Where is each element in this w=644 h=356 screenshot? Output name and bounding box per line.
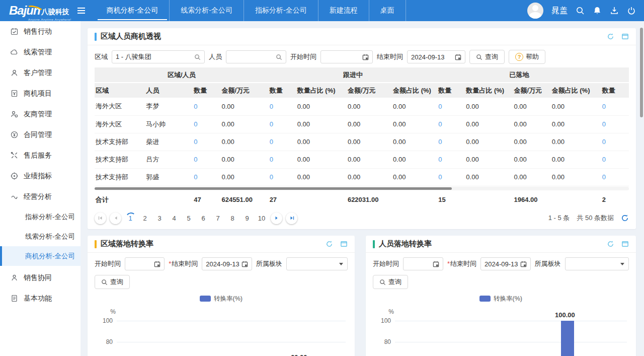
power-icon[interactable] <box>627 6 636 15</box>
count-link-cell[interactable]: 0 <box>193 168 220 186</box>
help-button[interactable]: ? 帮助 <box>509 50 545 64</box>
column-header: 区域 <box>95 83 145 98</box>
page-prev-button[interactable] <box>110 212 121 224</box>
maximize-icon[interactable] <box>621 33 629 40</box>
tab-kpi-analysis[interactable]: 指标分析-全公司 <box>244 0 318 21</box>
sidebar-subitem-kpi-analysis[interactable]: 指标分析-全公司 <box>0 207 80 227</box>
count-link-cell[interactable]: 0 <box>269 168 296 186</box>
sidebar-item-sales-collab[interactable]: 销售协同 <box>0 267 80 288</box>
value-cell: 0.00 <box>551 168 601 186</box>
pagination-row: 12345678910 1 - 5 条 共 50 条数据 <box>88 209 636 224</box>
count-link-cell[interactable]: 0 <box>437 115 465 133</box>
count-link-cell[interactable]: 0 <box>269 151 296 168</box>
query-button[interactable]: 查询 <box>95 275 130 289</box>
tab-new-process[interactable]: 新建流程 <box>318 0 369 21</box>
sidebar-item-sales-action[interactable]: 销售行动 <box>0 21 80 42</box>
count-link-cell[interactable]: 0 <box>193 133 220 151</box>
username[interactable]: 晁盖 <box>551 6 568 16</box>
sidebar-item-contracts[interactable]: 合同管理 <box>0 124 80 145</box>
count-link-cell[interactable]: 0 <box>269 115 296 133</box>
sidebar-item-partners[interactable]: 友商管理 <box>0 104 80 124</box>
sidebar-item-opportunity[interactable]: 商机项目 <box>0 83 80 104</box>
end-date-input[interactable]: 2024-09-13 <box>407 50 465 63</box>
page-last-button[interactable] <box>286 212 297 224</box>
count-link-cell[interactable]: 0 <box>601 115 629 133</box>
page-number-3[interactable]: 3 <box>154 212 165 224</box>
count-link-cell[interactable]: 0 <box>193 115 220 133</box>
tab-leads-analysis[interactable]: 线索分析-全公司 <box>170 0 244 21</box>
sidebar-item-customers[interactable]: 客户管理 <box>0 62 80 83</box>
tab-label: 线索分析-全公司 <box>181 6 232 15</box>
bell-icon[interactable] <box>593 6 602 15</box>
refresh-icon[interactable] <box>607 240 614 248</box>
count-link-cell[interactable]: 0 <box>269 133 296 151</box>
start-date-label: 开始时间 <box>290 52 316 61</box>
region-filter-value: 1 - 八骏集团 <box>116 52 192 61</box>
hscrollbar-thumb[interactable] <box>95 187 452 190</box>
page-number-10[interactable]: 10 <box>256 212 267 224</box>
tab-opportunity-analysis[interactable]: 商机分析-全公司 <box>96 0 170 21</box>
analysis-icon <box>10 192 19 201</box>
value-cell: 0.00 <box>347 151 392 168</box>
sidebar-subitem-leads-analysis[interactable]: 线索分析-全公司 <box>0 227 80 246</box>
sidebar-item-label: 合同管理 <box>24 130 52 139</box>
segment-select[interactable] <box>565 257 629 270</box>
start-date-input[interactable] <box>403 257 443 270</box>
count-link-cell[interactable]: 0 <box>601 168 629 186</box>
start-date-input[interactable] <box>320 50 373 63</box>
tab-desktop[interactable]: 桌面 <box>369 0 406 21</box>
refresh-icon[interactable] <box>607 33 614 40</box>
sidebar-item-basic-functions[interactable]: 基本功能 <box>0 288 80 309</box>
brand-logo[interactable]: Bajun 八骏科技 Anyone,Anytime,Anywhere! <box>0 5 76 17</box>
chart-legend[interactable]: 转换率(%) <box>88 294 355 303</box>
page-number-8[interactable]: 8 <box>227 212 238 224</box>
panel-region-header: 区域落地转换率 <box>88 236 355 253</box>
count-link-cell[interactable]: 0 <box>437 133 465 151</box>
count-link-cell[interactable]: 0 <box>601 151 629 168</box>
segment-select[interactable] <box>286 257 348 270</box>
count-link-cell[interactable]: 0 <box>269 98 296 115</box>
calendar-icon <box>362 54 369 60</box>
maximize-icon[interactable] <box>340 240 348 248</box>
search-icon[interactable] <box>576 6 585 15</box>
refresh-icon[interactable] <box>621 214 629 222</box>
count-link-cell[interactable]: 0 <box>601 98 629 115</box>
page-first-button[interactable] <box>95 212 106 224</box>
query-button[interactable]: 查询 <box>469 50 505 64</box>
count-link-cell[interactable]: 0 <box>437 151 465 168</box>
page-number-6[interactable]: 6 <box>198 212 209 224</box>
sidebar-item-kpi[interactable]: 业绩指标 <box>0 166 80 186</box>
count-link-cell[interactable]: 0 <box>601 133 629 151</box>
page-vscrollbar-thumb[interactable] <box>640 28 643 117</box>
page-number-5[interactable]: 5 <box>183 212 194 224</box>
person-filter-input[interactable] <box>226 50 286 63</box>
count-link-cell[interactable]: 0 <box>193 98 220 115</box>
end-date-input[interactable]: 2024-09-13 <box>480 257 531 270</box>
column-header: 数量占比 (%) <box>465 83 513 98</box>
start-date-input[interactable] <box>125 257 165 270</box>
count-link-cell[interactable]: 0 <box>437 98 465 115</box>
query-button[interactable]: 查询 <box>373 275 408 289</box>
maximize-icon[interactable] <box>621 240 629 248</box>
page-number-9[interactable]: 9 <box>242 212 253 224</box>
sidebar-item-leads[interactable]: 线索管理 <box>0 42 80 62</box>
sidebar-item-business-analysis[interactable]: 经营分析 <box>0 186 80 207</box>
page-number-4[interactable]: 4 <box>169 212 180 224</box>
page-next-button[interactable] <box>271 212 282 224</box>
end-date-input[interactable]: 2024-09-13 <box>202 257 252 270</box>
count-link-cell[interactable]: 0 <box>437 168 465 186</box>
count-link-cell[interactable]: 0 <box>193 151 220 168</box>
page-number-2[interactable]: 2 <box>139 212 150 224</box>
page-number-7[interactable]: 7 <box>212 212 223 224</box>
segment-label: 所属板块 <box>256 259 282 268</box>
avatar[interactable] <box>527 3 543 19</box>
region-filter-input[interactable]: 1 - 八骏集团 <box>112 50 205 63</box>
menu-icon[interactable] <box>77 8 91 14</box>
page-number-1[interactable]: 1 <box>125 212 136 224</box>
sidebar-item-aftersales[interactable]: 售后服务 <box>0 145 80 166</box>
chart-legend[interactable]: 转换率(%) <box>366 294 636 303</box>
download-icon[interactable] <box>610 6 619 15</box>
sidebar-subitem-opportunity-analysis[interactable]: 商机分析-全公司 <box>0 246 80 266</box>
refresh-icon[interactable] <box>326 240 333 248</box>
total-value-cell: 624551.00 <box>220 190 268 209</box>
